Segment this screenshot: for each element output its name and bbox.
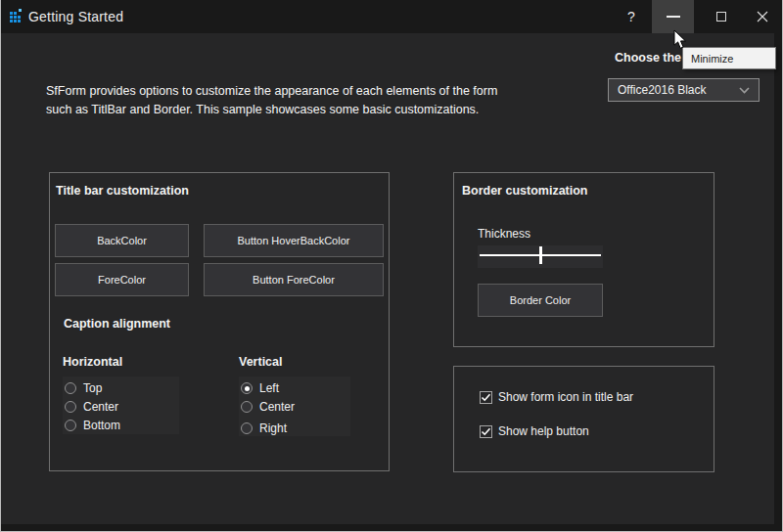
help-button[interactable]: ? bbox=[613, 0, 650, 33]
show-help-checkbox[interactable] bbox=[480, 425, 492, 438]
backcolor-button[interactable]: BackColor bbox=[55, 224, 189, 257]
border-customization-title: Border customization bbox=[462, 184, 588, 198]
chevron-down-icon bbox=[739, 87, 750, 94]
theme-combobox[interactable]: Office2016 Black bbox=[608, 78, 760, 102]
minimize-tooltip: Minimize bbox=[682, 47, 776, 69]
show-form-icon-checkbox-row[interactable]: Show form icon in title bar bbox=[480, 390, 633, 404]
titlebar-customization-title: Title bar customization bbox=[56, 184, 189, 198]
forecolor-button[interactable]: ForeColor bbox=[55, 263, 189, 296]
check-icon bbox=[480, 391, 492, 404]
caption-alignment-title: Caption alignment bbox=[64, 317, 170, 331]
radio-bottom[interactable]: Bottom bbox=[65, 419, 120, 432]
check-icon bbox=[480, 425, 492, 438]
close-button[interactable] bbox=[742, 0, 783, 33]
show-form-icon-checkbox[interactable] bbox=[480, 391, 492, 404]
close-icon bbox=[757, 11, 768, 22]
window-edge-left bbox=[0, 0, 1, 532]
show-help-checkbox-row[interactable]: Show help button bbox=[480, 424, 589, 438]
radio-right-label: Right bbox=[259, 421, 287, 435]
window-title: Getting Started bbox=[28, 9, 123, 24]
maximize-icon bbox=[716, 12, 726, 22]
theme-combobox-value: Office2016 Black bbox=[618, 83, 707, 97]
mouse-cursor bbox=[673, 29, 687, 50]
options-group bbox=[453, 366, 714, 472]
radio-center-v[interactable]: Center bbox=[241, 400, 295, 414]
show-form-icon-label: Show form icon in title bar bbox=[498, 390, 633, 404]
radio-top[interactable]: Top bbox=[65, 381, 102, 395]
radio-bottom-circle bbox=[65, 420, 76, 431]
description-line-2: such as TitlBar and Border. This sample … bbox=[46, 101, 497, 119]
radio-top-label: Top bbox=[83, 381, 102, 395]
radio-center-h[interactable]: Center bbox=[65, 400, 118, 414]
radio-center-v-circle bbox=[241, 401, 253, 413]
app-icon bbox=[10, 12, 21, 22]
maximize-button[interactable] bbox=[701, 0, 742, 33]
border-color-button[interactable]: Border Color bbox=[478, 284, 603, 317]
theme-label: Choose the bbox=[615, 51, 681, 65]
radio-bottom-label: Bottom bbox=[83, 419, 120, 432]
radio-right-circle bbox=[241, 422, 253, 434]
radio-left[interactable]: Left bbox=[241, 381, 279, 395]
radio-center-v-label: Center bbox=[259, 400, 295, 414]
radio-center-h-label: Center bbox=[83, 400, 118, 414]
radio-left-circle bbox=[241, 382, 253, 394]
app-window: Getting Started ? Choose the Office2016 … bbox=[0, 0, 783, 532]
show-help-label: Show help button bbox=[498, 424, 589, 438]
radio-center-h-circle bbox=[65, 401, 76, 413]
minimize-button[interactable] bbox=[652, 0, 694, 33]
horizontal-label: Horizontal bbox=[63, 355, 122, 369]
window-border-right bbox=[774, 33, 782, 531]
radio-top-circle bbox=[65, 382, 76, 394]
title-bar: Getting Started ? bbox=[0, 0, 783, 33]
description-text: SfForm provides options to customize the… bbox=[46, 82, 497, 119]
thickness-label: Thickness bbox=[478, 227, 530, 241]
help-icon: ? bbox=[627, 9, 635, 24]
thickness-slider-thumb[interactable] bbox=[539, 246, 542, 264]
minimize-icon bbox=[667, 16, 680, 18]
description-line-1: SfForm provides options to customize the… bbox=[46, 82, 497, 101]
radio-left-label: Left bbox=[259, 381, 279, 395]
radio-right[interactable]: Right bbox=[241, 421, 287, 435]
vertical-label: Vertical bbox=[239, 355, 282, 369]
window-border-bottom bbox=[0, 524, 782, 531]
button-hoverbackcolor-button[interactable]: Button HoverBackColor bbox=[204, 224, 384, 257]
button-forecolor-button[interactable]: Button ForeColor bbox=[204, 263, 384, 296]
